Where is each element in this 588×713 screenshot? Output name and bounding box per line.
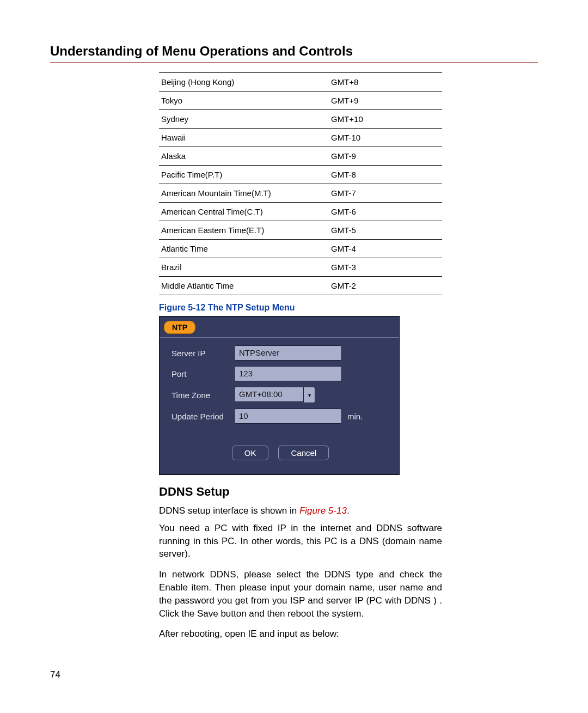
table-row: TokyoGMT+9 xyxy=(159,92,442,110)
table-row: SydneyGMT+10 xyxy=(159,110,442,129)
tz-offset: GMT+10 xyxy=(329,110,442,129)
port-field[interactable]: 123 xyxy=(234,366,342,381)
ddns-para2: You need a PC with fixed IP in the inter… xyxy=(159,522,442,560)
tz-offset: GMT-10 xyxy=(329,129,442,147)
ddns-para4: After rebooting, open IE and input as be… xyxy=(159,627,442,641)
ddns-para3: In network DDNS, please select the DDNS … xyxy=(159,568,442,620)
tz-name: Alaska xyxy=(159,147,329,166)
ddns-intro: DDNS setup interface is shown in Figure … xyxy=(159,504,442,517)
tz-name: Pacific Time(P.T) xyxy=(159,166,329,184)
tz-name: Hawaii xyxy=(159,129,329,147)
table-row: HawaiiGMT-10 xyxy=(159,129,442,147)
tz-name: Beijing (Hong Kong) xyxy=(159,73,329,92)
timezone-table: Beijing (Hong Kong)GMT+8TokyoGMT+9Sydney… xyxy=(159,72,442,295)
tz-name: American Mountain Time(M.T) xyxy=(159,184,329,203)
tz-name: American Central Time(C.T) xyxy=(159,203,329,221)
label-server-ip: Server IP xyxy=(171,349,234,358)
tz-offset: GMT-7 xyxy=(329,184,442,203)
table-row: American Central Time(C.T)GMT-6 xyxy=(159,203,442,221)
table-row: Middle Atlantic TimeGMT-2 xyxy=(159,277,442,295)
cancel-button[interactable]: Cancel xyxy=(278,446,329,460)
figure-caption: Figure 5-12 The NTP Setup Menu xyxy=(159,303,442,313)
table-row: Atlantic TimeGMT-4 xyxy=(159,240,442,258)
table-row: Pacific Time(P.T)GMT-8 xyxy=(159,166,442,184)
tz-name: Middle Atlantic Time xyxy=(159,277,329,295)
server-ip-field[interactable]: NTPServer xyxy=(234,345,342,361)
tz-offset: GMT-8 xyxy=(329,166,442,184)
tz-offset: GMT-3 xyxy=(329,258,442,277)
tab-ntp[interactable]: NTP xyxy=(164,321,195,334)
page-number: 74 xyxy=(50,669,60,680)
table-row: BrazilGMT-3 xyxy=(159,258,442,277)
tz-offset: GMT-5 xyxy=(329,221,442,240)
dropdown-icon[interactable]: ▾ xyxy=(304,387,315,403)
tz-offset: GMT-9 xyxy=(329,147,442,166)
ok-button[interactable]: OK xyxy=(232,446,269,460)
tz-offset: GMT-2 xyxy=(329,277,442,295)
table-row: Beijing (Hong Kong)GMT+8 xyxy=(159,73,442,92)
tz-offset: GMT-4 xyxy=(329,240,442,258)
figure-reference: Figure 5-13 xyxy=(299,505,347,516)
label-port: Port xyxy=(171,369,234,379)
label-time-zone: Time Zone xyxy=(171,391,234,400)
label-min-suffix: min. xyxy=(347,412,363,421)
tz-offset: GMT+9 xyxy=(329,92,442,110)
ddns-heading: DDNS Setup xyxy=(159,485,442,499)
tz-name: Tokyo xyxy=(159,92,329,110)
tz-offset: GMT-6 xyxy=(329,203,442,221)
time-zone-select[interactable]: GMT+08:00 xyxy=(234,387,304,402)
table-row: American Eastern Time(E.T)GMT-5 xyxy=(159,221,442,240)
update-period-field[interactable]: 10 xyxy=(234,409,342,424)
ntp-panel: NTP Server IP NTPServer Port 123 Time Zo… xyxy=(159,316,400,475)
table-row: AlaskaGMT-9 xyxy=(159,147,442,166)
tz-name: Brazil xyxy=(159,258,329,277)
text: DDNS setup interface is shown in xyxy=(159,505,299,516)
table-row: American Mountain Time(M.T)GMT-7 xyxy=(159,184,442,203)
tz-name: Sydney xyxy=(159,110,329,129)
page-title: Understanding of Menu Operations and Con… xyxy=(50,44,538,63)
tz-name: American Eastern Time(E.T) xyxy=(159,221,329,240)
label-update-period: Update Period xyxy=(171,412,234,421)
tz-name: Atlantic Time xyxy=(159,240,329,258)
text: . xyxy=(347,505,350,516)
tz-offset: GMT+8 xyxy=(329,73,442,92)
